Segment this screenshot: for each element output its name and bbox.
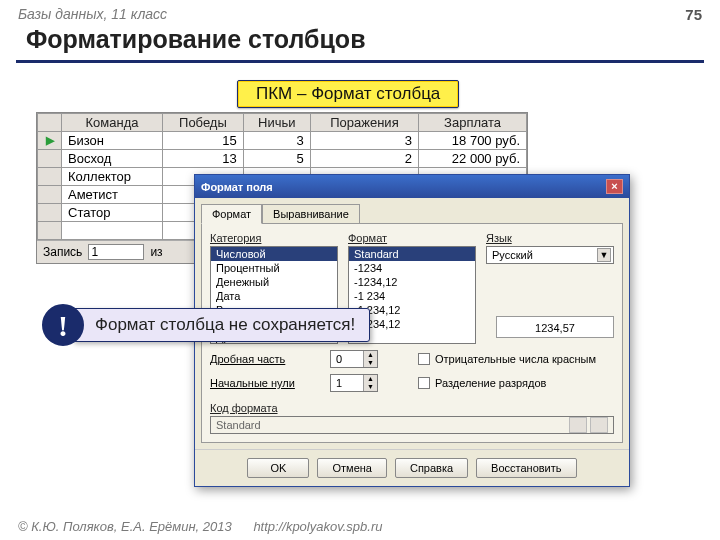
checkbox-label: Отрицательные числа красным: [435, 353, 596, 365]
dialog-title: Формат поля: [201, 181, 273, 193]
exclamation-icon: !: [42, 304, 84, 346]
checkbox-label: Разделение разрядов: [435, 377, 546, 389]
hint-callout: ПКМ – Формат столбца: [237, 80, 459, 108]
spin-down-icon[interactable]: ▼: [363, 383, 377, 391]
negative-red-checkbox[interactable]: Отрицательные числа красным: [418, 353, 596, 365]
spin-up-icon[interactable]: ▲: [363, 351, 377, 359]
row-marker: [38, 222, 62, 240]
list-item[interactable]: Standard: [349, 247, 475, 261]
row-marker: [38, 150, 62, 168]
thousands-checkbox[interactable]: Разделение разрядов: [418, 377, 546, 389]
code-cancel-icon[interactable]: [590, 417, 608, 433]
dialog-titlebar[interactable]: Формат поля ×: [195, 175, 629, 198]
language-combo[interactable]: Русский ▼: [486, 246, 614, 264]
cell[interactable]: 15: [163, 132, 244, 150]
list-item[interactable]: Числовой: [211, 247, 337, 261]
label-leading: Начальные нули: [210, 377, 320, 389]
label-category: Категория: [210, 232, 338, 244]
cell[interactable]: 3: [243, 132, 310, 150]
row-marker: [38, 186, 62, 204]
row-marker: ▶: [38, 132, 62, 150]
list-item[interactable]: -1234,12: [349, 275, 475, 289]
spinner-value: 0: [331, 353, 363, 365]
code-value: Standard: [216, 419, 261, 431]
col-losses[interactable]: Поражения: [310, 114, 418, 132]
record-input[interactable]: [88, 244, 144, 260]
label-decimals: Дробная часть: [210, 353, 320, 365]
col-draws[interactable]: Ничьи: [243, 114, 310, 132]
label-language: Язык: [486, 232, 614, 244]
tab-alignment[interactable]: Выравнивание: [262, 204, 360, 223]
reset-button[interactable]: Восстановить: [476, 458, 576, 478]
copyright: © К.Ю. Поляков, Е.А. Ерёмин, 2013: [18, 519, 232, 534]
leading-spinner[interactable]: 1 ▲▼: [330, 374, 378, 392]
cell[interactable]: Аметист: [62, 186, 163, 204]
col-team[interactable]: Команда: [62, 114, 163, 132]
list-item[interactable]: Процентный: [211, 261, 337, 275]
code-check-icon[interactable]: [569, 417, 587, 433]
cell[interactable]: 2: [310, 150, 418, 168]
list-item[interactable]: -1 234: [349, 289, 475, 303]
cancel-button[interactable]: Отмена: [317, 458, 386, 478]
ok-button[interactable]: OK: [247, 458, 309, 478]
cell[interactable]: Восход: [62, 150, 163, 168]
footer-url: http://kpolyakov.spb.ru: [253, 519, 382, 534]
label-format: Формат: [348, 232, 476, 244]
header-left: Базы данных, 11 класс: [18, 6, 167, 23]
close-icon[interactable]: ×: [606, 179, 623, 194]
title-rule: [16, 60, 704, 63]
help-button[interactable]: Справка: [395, 458, 468, 478]
list-item[interactable]: Дата: [211, 289, 337, 303]
cell[interactable]: 5: [243, 150, 310, 168]
checkbox-box[interactable]: [418, 353, 430, 365]
list-item[interactable]: -1234: [349, 261, 475, 275]
spin-down-icon[interactable]: ▼: [363, 359, 377, 367]
warning-text: Формат столбца не сохраняется!: [72, 308, 370, 342]
checkbox-box[interactable]: [418, 377, 430, 389]
cell[interactable]: 3: [310, 132, 418, 150]
warning-callout: ! Формат столбца не сохраняется!: [42, 304, 370, 346]
table-row[interactable]: Восход 13 5 2 22 000 руб.: [38, 150, 527, 168]
label-format-code: Код формата: [210, 402, 614, 414]
page-number: 75: [685, 6, 702, 23]
row-marker: [38, 168, 62, 186]
format-code-field[interactable]: Standard: [210, 416, 614, 434]
row-header-blank: [38, 114, 62, 132]
cell[interactable]: 22 000 руб.: [419, 150, 527, 168]
row-marker: [38, 204, 62, 222]
tab-format[interactable]: Формат: [201, 204, 262, 224]
decimals-spinner[interactable]: 0 ▲▼: [330, 350, 378, 368]
spinner-value: 1: [331, 377, 363, 389]
page-title: Форматирование столбцов: [26, 25, 702, 54]
record-of: из: [150, 245, 162, 259]
cell[interactable]: Бизон: [62, 132, 163, 150]
cell[interactable]: [62, 222, 163, 240]
combo-value: Русский: [492, 249, 533, 261]
format-preview: 1234,57: [496, 316, 614, 338]
table-row[interactable]: ▶ Бизон 15 3 3 18 700 руб.: [38, 132, 527, 150]
cell[interactable]: Коллектор: [62, 168, 163, 186]
list-item[interactable]: Денежный: [211, 275, 337, 289]
col-wins[interactable]: Победы: [163, 114, 244, 132]
col-salary[interactable]: Зарплата: [419, 114, 527, 132]
cell[interactable]: 18 700 руб.: [419, 132, 527, 150]
footer: © К.Ю. Поляков, Е.А. Ерёмин, 2013 http:/…: [18, 519, 382, 534]
cell[interactable]: Статор: [62, 204, 163, 222]
spin-up-icon[interactable]: ▲: [363, 375, 377, 383]
cell[interactable]: 13: [163, 150, 244, 168]
record-label: Запись: [43, 245, 82, 259]
chevron-down-icon[interactable]: ▼: [597, 248, 611, 262]
